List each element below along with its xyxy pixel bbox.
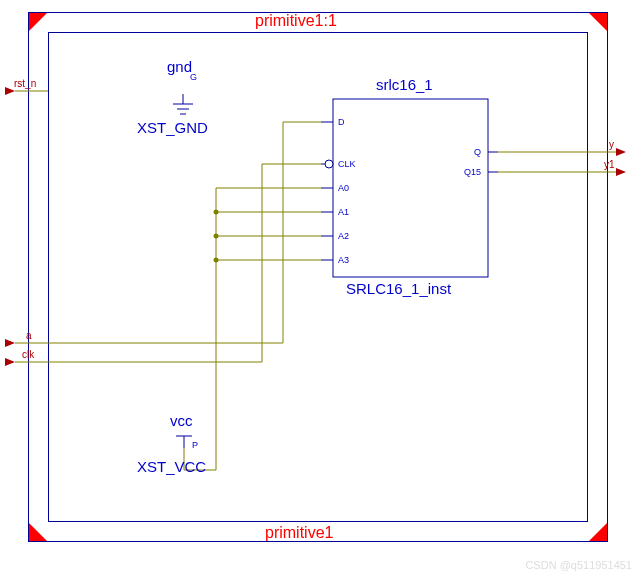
port-y-label: y [609, 139, 614, 150]
srlc-instance: SRLC16_1_inst [346, 280, 451, 297]
port-a-label: a [26, 330, 32, 341]
port-y1 [616, 168, 626, 176]
vcc-pin: P [192, 440, 198, 450]
gnd-name: XST_GND [137, 119, 208, 136]
port-y [616, 148, 626, 156]
srlc-label: srlc16_1 [376, 76, 433, 93]
vcc-name: XST_VCC [137, 458, 206, 475]
srlc-pin-q: Q [474, 147, 481, 157]
srlc-pin-q15: Q15 [464, 167, 481, 177]
port-a [5, 339, 15, 347]
svg-point-30 [214, 234, 219, 239]
svg-point-2 [325, 160, 333, 168]
srlc-pin-clk: CLK [338, 159, 356, 169]
schematic-canvas: primitive1:1 primitive1 [0, 0, 638, 577]
port-clk [5, 358, 15, 366]
srlc-body [333, 99, 488, 277]
vcc-label: vcc [170, 412, 193, 429]
port-y1-label: y1 [604, 159, 615, 170]
port-rst_n-label: rst_n [14, 78, 36, 89]
gnd-pin: G [190, 72, 197, 82]
port-clk-label: clk [22, 349, 34, 360]
srlc-pin-a2: A2 [338, 231, 349, 241]
svg-point-31 [214, 258, 219, 263]
nets [15, 91, 616, 470]
srlc-pin-a0: A0 [338, 183, 349, 193]
schematic-svg [0, 0, 638, 577]
svg-point-29 [214, 210, 219, 215]
srlc-pin-a3: A3 [338, 255, 349, 265]
srlc-pin-d: D [338, 117, 345, 127]
srlc-pin-a1: A1 [338, 207, 349, 217]
gnd-label: gnd [167, 58, 192, 75]
watermark-text: CSDN @q511951451 [525, 559, 632, 571]
